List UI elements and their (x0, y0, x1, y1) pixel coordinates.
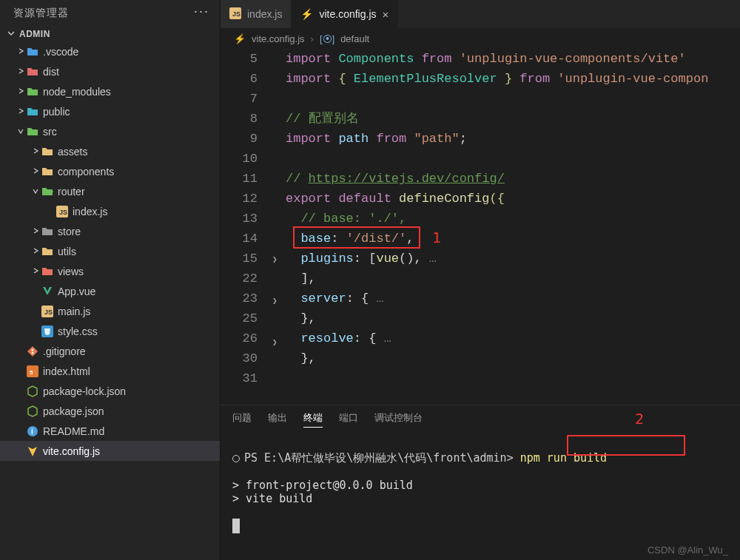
svg-text:JS: JS (59, 209, 67, 216)
info-icon: i (25, 425, 40, 437)
tree-item-label: index.html (43, 365, 90, 377)
watermark: CSDN @Alin_Wu_ (648, 544, 728, 556)
panel-tab-终端[interactable]: 终端 (303, 411, 323, 428)
tree-item-packagelockjson[interactable]: package-lock.json (0, 381, 220, 401)
panel-tabs: 问题输出终端端口调试控制台2 (221, 405, 740, 432)
fold-icon[interactable]: ❯ (272, 291, 278, 311)
css-icon (40, 325, 55, 337)
code-content[interactable]: import Components from 'unplugin-vue-com… (286, 49, 740, 405)
panel-tab-端口[interactable]: 端口 (339, 411, 358, 428)
node-icon (25, 385, 40, 397)
svg-text:JS: JS (44, 308, 53, 316)
tree-item-vscode[interactable]: .vscode (0, 41, 220, 61)
chevron-icon[interactable] (16, 47, 25, 57)
terminal[interactable]: PS E:\A帮忙做毕设\柳州融水\代码\front\admin> npm ru… (221, 432, 740, 560)
terminal-out-2: > vite build (232, 492, 312, 505)
tree-item-store[interactable]: store (0, 221, 220, 241)
tab-indexjs[interactable]: JSindex.js (221, 0, 292, 28)
sidebar-title: 资源管理器 (13, 7, 194, 20)
panel-tab-问题[interactable]: 问题 (232, 411, 252, 428)
terminal-panel: 问题输出终端端口调试控制台2 PS E:\A帮忙做毕设\柳州融水\代码\fron… (221, 405, 740, 560)
symbol-icon: [⦿] (320, 33, 334, 44)
svg-text:JS: JS (232, 10, 240, 18)
ps-icon (232, 455, 240, 462)
folder-public-icon (25, 106, 40, 118)
vite-icon: ⚡ (300, 8, 313, 20)
chevron-icon[interactable] (16, 107, 25, 117)
chevron-icon[interactable] (16, 67, 25, 77)
tree-item-label: node_modules (43, 86, 111, 98)
fold-icon[interactable]: ❯ (272, 250, 278, 270)
tree-item-label: package-lock.json (43, 385, 126, 397)
folder-icon (40, 246, 55, 257)
tree-item-public[interactable]: public (0, 101, 220, 121)
annotation-number-1: 1 (432, 228, 441, 248)
more-icon[interactable]: ··· (194, 4, 209, 19)
vite-icon (25, 445, 40, 457)
tree-item-READMEmd[interactable]: iREADME.md (0, 421, 220, 441)
panel-tab-输出[interactable]: 输出 (268, 411, 287, 428)
tree-item-utils[interactable]: utils (0, 241, 220, 261)
tree-item-indexhtml[interactable]: 5index.html (0, 361, 220, 381)
chevron-icon[interactable] (31, 246, 40, 257)
fold-column[interactable]: ❯ ❯ ❯ (272, 49, 286, 405)
code-editor[interactable]: 56789101112131415222325263031 ❯ ❯ ❯ impo… (221, 49, 740, 405)
tree-item-mainjs[interactable]: JSmain.js (0, 301, 220, 321)
tab-viteconfigjs[interactable]: ⚡vite.config.js× (292, 0, 398, 28)
tree-item-label: vite.config.js (43, 445, 100, 457)
chevron-icon[interactable] (31, 166, 40, 177)
tree-item-src[interactable]: src (0, 121, 220, 141)
folder-vscode-icon (25, 46, 40, 58)
js-icon: JS (229, 7, 241, 21)
project-header[interactable]: ADMIN (0, 27, 220, 41)
tree-item-views[interactable]: views (0, 261, 220, 281)
chevron-icon[interactable] (31, 266, 40, 277)
breadcrumb[interactable]: ⚡ vite.config.js › [⦿] default (221, 28, 740, 49)
chevron-icon[interactable] (16, 87, 25, 97)
tree-item-router[interactable]: router (0, 181, 220, 201)
tree-item-viteconfigjs[interactable]: vite.config.js (0, 441, 220, 461)
tree-item-packagejson[interactable]: package.json (0, 401, 220, 421)
breadcrumb-symbol: default (340, 33, 369, 44)
chevron-icon[interactable] (31, 186, 40, 197)
sidebar-header: 资源管理器 ··· (0, 0, 220, 27)
close-icon[interactable]: × (383, 8, 389, 21)
tree-item-assets[interactable]: assets (0, 141, 220, 161)
tree-item-label: .vscode (43, 46, 78, 58)
panel-tab-调试控制台[interactable]: 调试控制台 (374, 411, 423, 428)
tree-item-stylecss[interactable]: style.css (0, 321, 220, 341)
tree-item-label: App.vue (58, 286, 95, 297)
tree-item-nodemodules[interactable]: node_modules (0, 81, 220, 101)
folder-src-icon (25, 126, 40, 138)
svg-text:5: 5 (30, 369, 33, 376)
project-name: ADMIN (19, 29, 50, 39)
tree-item-components[interactable]: components (0, 161, 220, 181)
tree-item-label: .gitignore (43, 345, 86, 357)
terminal-prompt: PS E:\A帮忙做毕设\柳州融水\代码\front\admin> (244, 451, 514, 465)
chevron-icon[interactable] (31, 226, 40, 237)
svg-text:i: i (31, 428, 33, 436)
chevron-icon[interactable] (31, 146, 40, 157)
tree-item-indexjs[interactable]: JSindex.js (0, 201, 220, 221)
breadcrumb-file: vite.config.js (252, 33, 305, 44)
chevron-icon[interactable] (16, 126, 25, 137)
tree-item-gitignore[interactable]: .gitignore (0, 341, 220, 361)
sidebar: 资源管理器 ··· ADMIN .vscodedistnode_modulesp… (0, 0, 220, 560)
folder-icon (40, 146, 55, 158)
tree-item-label: router (58, 186, 85, 198)
node-icon (25, 405, 40, 417)
html-icon: 5 (25, 365, 40, 377)
tree-item-Appvue[interactable]: App.vue (0, 281, 220, 301)
folder-icon (40, 226, 55, 237)
tree-item-label: package.json (43, 405, 104, 417)
folder-node-icon (25, 86, 40, 98)
tree-item-label: dist (43, 66, 59, 78)
tree-item-label: assets (58, 146, 87, 158)
breadcrumb-sep: › (311, 33, 314, 44)
tree-item-label: public (43, 106, 70, 118)
tab-label: vite.config.js (319, 8, 376, 20)
tree-item-label: utils (58, 246, 76, 257)
terminal-out-1: > front-project@0.0.0 build (232, 479, 413, 492)
tree-item-dist[interactable]: dist (0, 61, 220, 81)
fold-icon[interactable]: ❯ (272, 333, 278, 353)
